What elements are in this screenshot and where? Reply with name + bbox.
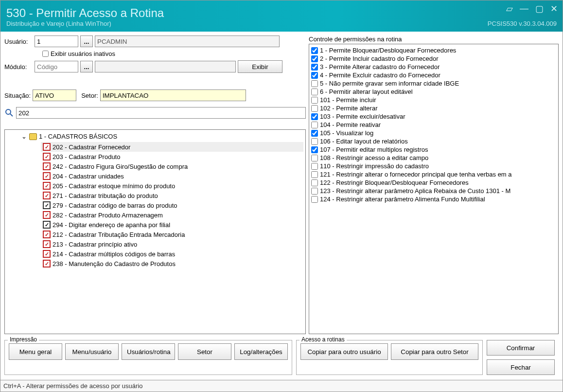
situacao-input[interactable] — [33, 89, 76, 101]
tree-item[interactable]: ✓204 - Cadastrar unidades — [41, 171, 303, 181]
permission-row[interactable]: 5 - Não permite gravar sem informar cida… — [311, 79, 556, 88]
search-icon — [4, 108, 14, 118]
permission-row[interactable]: 123 - Restringir alterar parâmetro Aplic… — [311, 187, 556, 195]
tree-checkbox[interactable]: ✓ — [43, 192, 51, 199]
permission-checkbox[interactable] — [311, 171, 318, 178]
copiar-setor-button[interactable]: Copiar para outro Setor — [391, 343, 478, 360]
tree-item[interactable]: ✓279 - Cadastrar código de barras do pro… — [41, 200, 303, 210]
tree-checkbox[interactable]: ✓ — [43, 172, 51, 180]
permission-row[interactable]: 124 - Restringir alterar parâmetro Alime… — [311, 195, 556, 203]
exibir-inativos-checkbox[interactable] — [42, 51, 49, 57]
permission-row[interactable]: 122 - Restringir Bloquear/Desbloquear Fo… — [311, 178, 556, 187]
tree-item[interactable]: ✓212 - Cadastrar Tributação Entrada Merc… — [41, 230, 303, 239]
permission-row[interactable]: 103 - Permite excluir/desativar — [311, 112, 556, 121]
tree-item[interactable]: ✓213 - Cadastrar princípio ativo — [41, 239, 303, 249]
modulo-code-input[interactable] — [35, 61, 78, 72]
tree-item[interactable]: ✓238 - Manutenção do Cadastro de Produto… — [41, 259, 303, 268]
exibir-button[interactable]: Exibir — [238, 60, 282, 73]
menu-geral-button[interactable]: Menu geral — [9, 343, 62, 360]
tree-item[interactable]: ✓271 - Cadastrar tributação do produto — [41, 191, 303, 200]
tree-checkbox[interactable]: ✓ — [43, 221, 51, 229]
permission-checkbox[interactable] — [311, 138, 318, 145]
tree-root-label: 1 - CADASTROS BÁSICOS — [39, 133, 117, 140]
permission-label: 105 - Visualizar log — [320, 129, 373, 137]
maximize-icon[interactable]: ▢ — [535, 3, 544, 14]
permission-checkbox[interactable] — [311, 47, 318, 54]
permission-checkbox[interactable] — [311, 80, 318, 87]
restore-icon[interactable]: ▱ — [506, 3, 513, 14]
permission-row[interactable]: 2 - Permite Incluir cadastro do Forneced… — [311, 54, 556, 63]
routine-tree[interactable]: ⌄ 1 - CADASTROS BÁSICOS ✓202 - Cadastrar… — [4, 129, 306, 334]
permission-row[interactable]: 101 - Permite incluir — [311, 96, 556, 104]
permission-label: 123 - Restringir alterar parâmetro Aplic… — [320, 187, 510, 195]
permission-checkbox[interactable] — [311, 122, 318, 128]
tree-item[interactable]: ✓294 - Digitar endereço de apanha por fi… — [41, 220, 303, 230]
permission-row[interactable]: 104 - Permite reativar — [311, 121, 556, 129]
permission-checkbox[interactable] — [311, 113, 318, 120]
permission-label: 4 - Permite Excluir cadastro do Forneced… — [320, 71, 440, 79]
permission-row[interactable]: 106 - Editar layout de relatórios — [311, 137, 556, 145]
permission-checkbox[interactable] — [311, 72, 318, 79]
tree-checkbox[interactable]: ✓ — [43, 231, 51, 238]
permission-checkbox[interactable] — [311, 196, 318, 203]
permission-row[interactable]: 108 - Restringir acesso a editar campo — [311, 154, 556, 162]
permission-row[interactable]: 105 - Visualizar log — [311, 129, 556, 137]
search-input[interactable] — [16, 107, 306, 119]
permission-checkbox[interactable] — [311, 97, 318, 104]
setor-button[interactable]: Setor — [178, 343, 231, 360]
usuario-lookup-button[interactable]: ... — [80, 36, 93, 47]
tree-checkbox[interactable]: ✓ — [43, 153, 51, 160]
tree-checkbox[interactable]: ✓ — [43, 260, 51, 267]
tree-item[interactable]: ✓242 - Cadastro Figura Giro/Sugestão de … — [41, 161, 303, 171]
tree-item[interactable]: ✓203 - Cadastrar Produto — [41, 152, 303, 161]
permission-checkbox[interactable] — [311, 89, 318, 95]
tree-item[interactable]: ✓282 - Cadastrar Produto Armazenagem — [41, 210, 303, 220]
permission-checkbox[interactable] — [311, 105, 318, 112]
permission-row[interactable]: 110 - Restringir impressão do cadastro — [311, 162, 556, 170]
permission-checkbox[interactable] — [311, 188, 318, 195]
permission-checkbox[interactable] — [311, 179, 318, 186]
permission-row[interactable]: 6 - Permitir alterar layout editável — [311, 88, 556, 96]
setor-input[interactable] — [100, 89, 246, 101]
tree-checkbox[interactable]: ✓ — [43, 182, 51, 190]
tree-checkbox[interactable]: ✓ — [43, 162, 51, 170]
tree-checkbox[interactable]: ✓ — [43, 143, 51, 151]
modulo-label: Módulo: — [4, 63, 32, 71]
usuarios-rotina-button[interactable]: Usuários/rotina — [122, 343, 175, 360]
modulo-name-input[interactable] — [95, 61, 236, 72]
permission-row[interactable]: 121 - Restringir alterar o fornecedor pr… — [311, 170, 556, 178]
menu-usuario-button[interactable]: Menu/usuário — [65, 343, 119, 360]
permission-checkbox[interactable] — [311, 64, 318, 71]
modulo-lookup-button[interactable]: ... — [80, 61, 93, 72]
permission-label: 106 - Editar layout de relatórios — [320, 138, 408, 145]
usuario-code-input[interactable] — [35, 36, 78, 47]
permission-row[interactable]: 3 - Permite Alterar cadastro do Forneced… — [311, 63, 556, 71]
tree-item[interactable]: ✓205 - Cadastrar estoque mínimo do produ… — [41, 181, 303, 191]
permission-label: 103 - Permite excluir/desativar — [320, 113, 405, 120]
tree-item[interactable]: ✓202 - Cadastrar Fornecedor — [41, 142, 303, 152]
tree-item[interactable]: ✓214 - Cadastrar múltiplos códigos de ba… — [41, 249, 303, 259]
permission-row[interactable]: 4 - Permite Excluir cadastro do Forneced… — [311, 71, 556, 79]
fechar-button[interactable]: Fechar — [487, 359, 555, 375]
permission-checkbox[interactable] — [311, 55, 318, 62]
tree-checkbox[interactable]: ✓ — [43, 250, 51, 258]
collapse-icon[interactable]: ⌄ — [20, 133, 27, 140]
permissions-list[interactable]: 1 - Permite Bloquear/Desbloquear Fornece… — [309, 44, 559, 334]
permission-row[interactable]: 107 - Permitir editar multiplos registro… — [311, 145, 556, 154]
permission-checkbox[interactable] — [311, 146, 318, 153]
permission-row[interactable]: 1 - Permite Bloquear/Desbloquear Fornece… — [311, 46, 556, 54]
permission-row[interactable]: 102 - Permite alterar — [311, 104, 556, 112]
close-icon[interactable]: ✕ — [550, 3, 558, 14]
usuario-name-input[interactable] — [95, 36, 280, 47]
tree-root[interactable]: ⌄ 1 - CADASTROS BÁSICOS — [20, 133, 303, 140]
minimize-icon[interactable]: — — [520, 3, 528, 14]
permission-checkbox[interactable] — [311, 130, 318, 137]
permission-checkbox[interactable] — [311, 163, 318, 170]
tree-checkbox[interactable]: ✓ — [43, 201, 51, 209]
tree-checkbox[interactable]: ✓ — [43, 211, 51, 219]
copiar-usuario-button[interactable]: Copiar para outro usuário — [300, 343, 388, 360]
permission-checkbox[interactable] — [311, 155, 318, 161]
confirmar-button[interactable]: Confirmar — [487, 340, 555, 356]
tree-checkbox[interactable]: ✓ — [43, 240, 51, 248]
log-alteracoes-button[interactable]: Log/alterações — [234, 343, 288, 360]
